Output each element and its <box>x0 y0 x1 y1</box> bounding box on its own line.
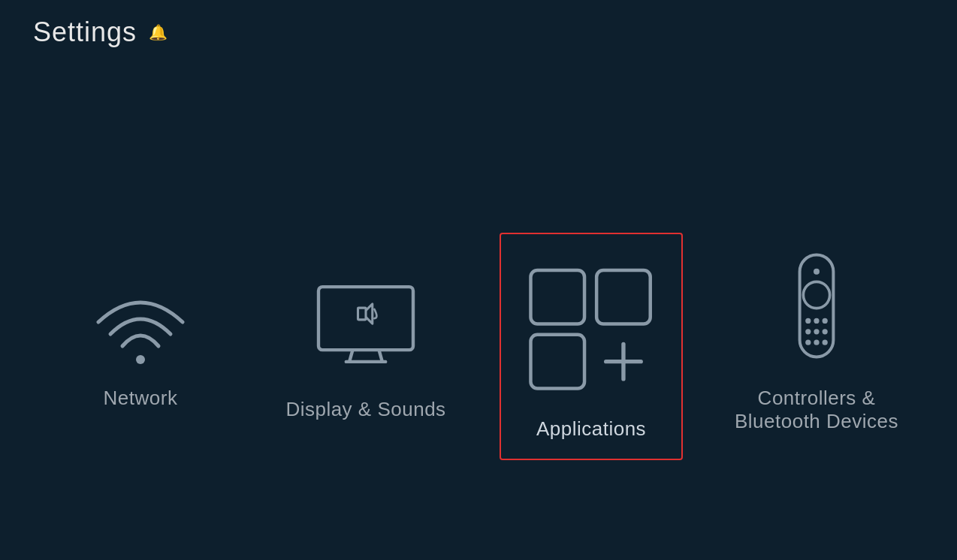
applications-label: Applications <box>536 417 646 441</box>
svg-point-16 <box>823 318 828 323</box>
settings-item-display-sounds[interactable]: Display & Sounds <box>283 272 448 421</box>
svg-point-17 <box>805 329 811 334</box>
svg-point-13 <box>814 268 820 274</box>
svg-point-18 <box>814 329 819 334</box>
bell-icon: 🔔 <box>149 23 168 41</box>
display-sounds-icon <box>306 272 426 377</box>
settings-item-controllers-bluetooth[interactable]: Controllers & Bluetooth Devices <box>734 260 899 433</box>
svg-line-2 <box>349 350 352 362</box>
settings-item-applications[interactable]: Applications <box>509 233 674 460</box>
svg-line-3 <box>379 350 382 362</box>
svg-point-22 <box>823 339 828 345</box>
svg-rect-7 <box>596 270 651 324</box>
svg-point-15 <box>814 318 819 323</box>
page-title: Settings 🔔 <box>33 17 168 48</box>
applications-icon <box>516 252 666 402</box>
svg-rect-6 <box>530 270 584 324</box>
svg-point-20 <box>805 339 811 345</box>
network-icon <box>88 283 193 366</box>
svg-point-12 <box>803 282 829 308</box>
svg-point-21 <box>814 339 819 345</box>
display-sounds-label: Display & Sounds <box>285 398 445 421</box>
network-label: Network <box>104 387 178 410</box>
svg-point-19 <box>823 329 828 334</box>
settings-item-network[interactable]: Network <box>58 283 223 410</box>
svg-rect-8 <box>530 335 584 389</box>
svg-rect-5 <box>358 308 367 320</box>
controllers-bluetooth-label: Controllers & Bluetooth Devices <box>735 387 898 433</box>
applications-selected-box: Applications <box>500 233 683 460</box>
svg-point-14 <box>805 318 811 323</box>
controllers-bluetooth-icon <box>756 260 877 366</box>
svg-point-0 <box>136 355 145 364</box>
settings-items-row: Network Display & Sounds <box>0 233 957 460</box>
title-text: Settings <box>33 17 137 48</box>
